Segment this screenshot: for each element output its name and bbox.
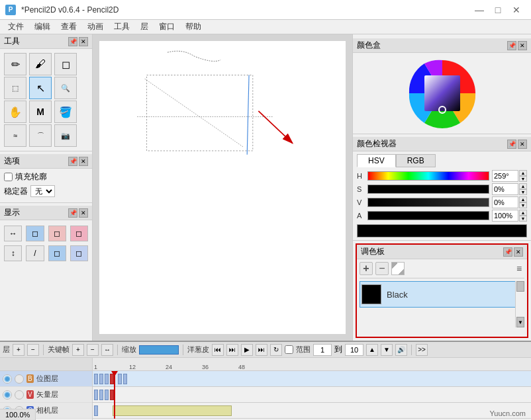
tool-camera[interactable]: 📷	[54, 124, 77, 147]
tl-remove-keyframe[interactable]: −	[87, 344, 99, 356]
cframe-block-1[interactable]	[94, 405, 98, 416]
menu-help[interactable]: 帮助	[180, 20, 207, 34]
display-close-btn[interactable]: ✕	[79, 208, 88, 218]
vframe-block-1[interactable]	[94, 390, 98, 400]
tl-remove-layer[interactable]: −	[27, 344, 39, 356]
cv-bar-s[interactable]	[367, 185, 489, 194]
colorboard-close-btn[interactable]: ✕	[514, 247, 523, 257]
menu-animation[interactable]: 动画	[82, 20, 109, 34]
tl-loop[interactable]: ↻	[270, 344, 282, 356]
stabilizer-select[interactable]: 无低中高	[30, 185, 55, 197]
tl-move-keyframe[interactable]: ↔	[101, 344, 113, 356]
menu-view[interactable]: 查看	[56, 20, 82, 34]
tool-pencil[interactable]: ✏	[4, 53, 26, 75]
display-slash[interactable]: /	[26, 245, 44, 261]
tl-sound[interactable]: 🔊	[395, 344, 407, 356]
frame-block-1[interactable]	[94, 374, 98, 384]
tool-eraser[interactable]: ◻	[54, 53, 77, 75]
tl-range-start[interactable]	[313, 344, 332, 356]
toolbar-close-btn[interactable]: ✕	[79, 37, 88, 46]
tl-range-end[interactable]	[345, 344, 363, 356]
menu-file[interactable]: 文件	[3, 20, 29, 34]
cv-spin-s-up[interactable]: ▲	[519, 183, 527, 189]
cv-value-a[interactable]: 100%	[492, 210, 518, 222]
selection-close-btn[interactable]: ✕	[79, 157, 88, 166]
cb-scrollbar[interactable]: ▼	[515, 281, 524, 327]
cv-spin-a-down[interactable]: ▼	[519, 216, 527, 222]
menu-edit[interactable]: 编辑	[29, 20, 56, 34]
menu-tools[interactable]: 工具	[109, 20, 135, 34]
cv-bar-h[interactable]	[367, 171, 489, 181]
display-onion-prev[interactable]: ◻	[26, 226, 44, 241]
colorboard-pin-btn[interactable]: 📌	[503, 247, 512, 257]
menu-window[interactable]: 窗口	[154, 20, 180, 34]
cv-value-s[interactable]: 0%	[492, 183, 518, 195]
display-color-swatch[interactable]: ◻	[70, 226, 88, 241]
tool-brush[interactable]: 🖌	[29, 53, 52, 75]
display-pin-btn[interactable]: 📌	[68, 208, 77, 218]
tl-play-prev[interactable]: ⏭	[226, 344, 238, 356]
list-item[interactable]: Black	[360, 281, 524, 308]
cb-menu-btn[interactable]: ≡	[514, 263, 524, 274]
display-box-1[interactable]: ◻	[48, 245, 66, 261]
display-arrow-left[interactable]: ↔	[4, 226, 22, 241]
tool-m[interactable]: M	[29, 101, 52, 123]
tl-add-layer[interactable]: +	[13, 344, 24, 356]
vframe-block-2[interactable]	[99, 390, 103, 400]
tool-polyline[interactable]: ⌒	[29, 124, 52, 147]
tl-layer-row-bitmap[interactable]: B 位图层	[0, 371, 92, 387]
cv-bar-v[interactable]	[367, 198, 489, 207]
cv-bar-a[interactable]	[367, 211, 489, 220]
tl-play-back[interactable]: ⏮	[212, 344, 224, 356]
colorviewer-pin-btn[interactable]: 📌	[507, 140, 516, 149]
tl-zoom-slider[interactable]	[139, 345, 179, 355]
cb-scroll-area[interactable]: Black ▼	[360, 281, 524, 327]
tab-hsv[interactable]: HSV	[357, 154, 396, 167]
vframe-block-3[interactable]	[105, 390, 109, 400]
cframe-block-range[interactable]	[113, 405, 232, 416]
tl-play[interactable]: ▶	[241, 344, 253, 356]
tab-rgb[interactable]: RGB	[396, 154, 436, 167]
tl-expand[interactable]: >>	[416, 344, 428, 356]
display-box-2[interactable]: ◻	[70, 245, 88, 261]
display-onion-next[interactable]: ◻	[48, 226, 66, 241]
cv-spin-h-up[interactable]: ▲	[519, 170, 527, 176]
minimize-button[interactable]: —	[470, 1, 489, 19]
tool-hand[interactable]: ✋	[4, 101, 26, 123]
close-button[interactable]: ✕	[507, 1, 526, 19]
cv-spin-a-up[interactable]: ▲	[519, 210, 527, 216]
cb-color-icon[interactable]	[391, 262, 405, 275]
cv-spin-s-down[interactable]: ▼	[519, 189, 527, 195]
cb-remove-btn[interactable]: −	[375, 262, 389, 275]
canvas-content[interactable]	[99, 41, 346, 334]
cv-spin-v-down[interactable]: ▼	[519, 202, 527, 208]
tl-range-down[interactable]: ▼	[381, 344, 393, 356]
tl-play-next[interactable]: ⏭	[256, 344, 267, 356]
vector-lock-icon[interactable]	[15, 390, 24, 399]
color-wheel-container[interactable]	[357, 57, 527, 130]
cv-spin-h-down[interactable]: ▼	[519, 176, 527, 182]
tl-range-checkbox[interactable]	[285, 345, 293, 354]
frame-block-3[interactable]	[105, 374, 109, 384]
cb-scroll-thumb[interactable]	[516, 281, 524, 292]
tool-smudge[interactable]: ≈	[4, 124, 26, 147]
bitmap-lock-icon[interactable]	[15, 374, 24, 384]
tl-layer-row-vector[interactable]: V 矢量层	[0, 387, 92, 403]
cv-value-v[interactable]: 0%	[492, 196, 518, 208]
toolbar-pin-btn[interactable]: 📌	[68, 37, 77, 46]
colorwheel-pin-btn[interactable]: 📌	[507, 41, 516, 50]
vector-eye-icon[interactable]	[3, 390, 12, 399]
cb-add-btn[interactable]: +	[360, 262, 373, 275]
selection-pin-btn[interactable]: 📌	[68, 157, 77, 166]
cv-value-h[interactable]: 259°	[492, 170, 518, 182]
menu-layers[interactable]: 层	[135, 20, 154, 34]
tool-pointer[interactable]: ↖	[29, 77, 52, 99]
bitmap-eye-icon[interactable]	[3, 374, 12, 384]
tl-add-keyframe[interactable]: +	[72, 344, 84, 356]
tool-select[interactable]: ⬚	[4, 77, 26, 99]
display-arrow-down[interactable]: ↕	[4, 245, 22, 261]
tool-bucket[interactable]: 🪣	[54, 101, 77, 123]
fill-outline-checkbox[interactable]	[4, 173, 13, 181]
frame-block-4[interactable]	[118, 374, 122, 384]
cv-spin-v-up[interactable]: ▲	[519, 196, 527, 202]
